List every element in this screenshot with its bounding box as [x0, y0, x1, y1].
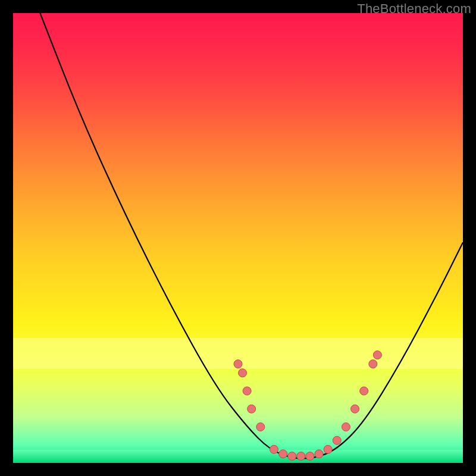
marker-dot [342, 423, 350, 431]
marker-dot [248, 405, 256, 413]
marker-group [234, 351, 381, 461]
marker-dot [360, 387, 368, 395]
marker-dot [234, 360, 242, 368]
marker-dot [279, 450, 287, 458]
marker-dot [288, 452, 296, 461]
chart-svg [13, 13, 463, 463]
bottleneck-curve [40, 13, 463, 458]
marker-dot [243, 387, 251, 395]
marker-dot [239, 369, 247, 377]
marker-dot [324, 445, 332, 453]
marker-dot [306, 452, 314, 461]
attribution-label: TheBottleneck.com [357, 1, 471, 17]
marker-dot [369, 360, 377, 368]
marker-dot [256, 423, 265, 431]
marker-dot [373, 351, 381, 359]
marker-dot [315, 450, 323, 458]
marker-dot [270, 445, 278, 453]
marker-dot [351, 405, 359, 413]
marker-dot [333, 436, 341, 444]
marker-dot [297, 452, 305, 461]
